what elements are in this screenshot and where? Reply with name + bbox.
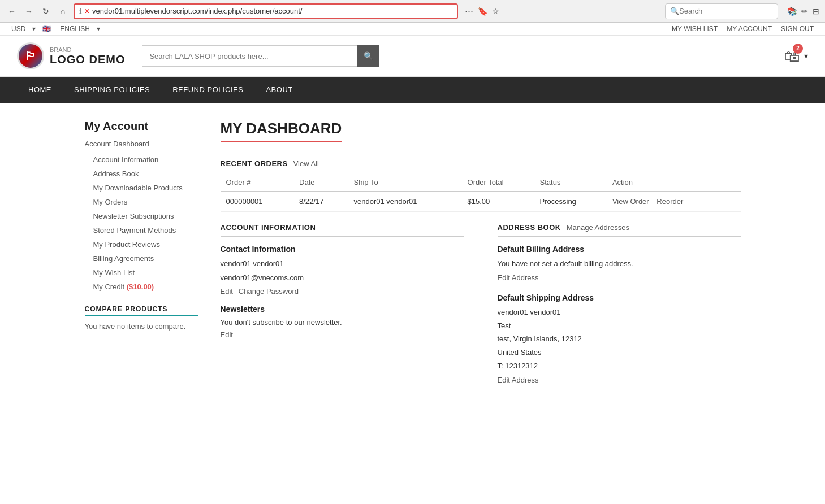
logo-icon: 🏳: [17, 42, 44, 69]
sidebar-item-credit[interactable]: My Credit ($10.00): [85, 280, 198, 294]
page-content: My Account Account Dashboard Account Inf…: [74, 103, 752, 401]
site-search-input[interactable]: [142, 52, 357, 60]
contact-actions: Edit Change Password: [221, 286, 464, 296]
cart-chevron-icon: ▾: [804, 51, 808, 60]
currency-chevron-icon: ▾: [32, 25, 36, 33]
main-area: MY DASHBOARD RECENT ORDERS View All Orde…: [221, 120, 741, 384]
reorder-link[interactable]: Reorder: [656, 197, 683, 206]
address-book-col: ADDRESS BOOK Manage Addresses Default Bi…: [498, 223, 741, 384]
top-bar-right: MY WISH LIST MY ACCOUNT SIGN OUT: [672, 25, 814, 33]
sidebar-toggle-icon: ⊟: [813, 7, 819, 16]
edit-billing-link[interactable]: Edit Address: [498, 273, 741, 282]
shipping-line2: test, Virgin Islands, 12312: [498, 333, 741, 345]
back-button[interactable]: ←: [6, 5, 18, 18]
view-order-link[interactable]: View Order: [612, 197, 649, 206]
main-nav: HOME SHIPPING POLICIES REFUND POLICIES A…: [0, 77, 825, 103]
compare-products-section: COMPARE PRODUCTS You have no items to co…: [85, 305, 198, 331]
sidebar-link-address-book[interactable]: Address Book: [85, 167, 198, 181]
sidebar-link-downloadable-products[interactable]: My Downloadable Products: [85, 181, 198, 195]
change-password-link[interactable]: Change Password: [239, 287, 299, 296]
site-header: 🏳 BRAND LOGO DEMO 🔍 🛍 2 ▾: [0, 36, 825, 77]
compare-products-title: COMPARE PRODUCTS: [85, 305, 198, 316]
sidebar-item-address-book[interactable]: Address Book: [85, 167, 198, 181]
currency-selector[interactable]: USD: [11, 25, 25, 33]
sidebar-item-product-reviews[interactable]: My Product Reviews: [85, 237, 198, 251]
col-ship-to: Ship To: [348, 173, 462, 192]
star-icon: ☆: [492, 7, 499, 16]
shipping-name: vendor01 vendor01: [498, 307, 741, 319]
sign-out-link[interactable]: SIGN OUT: [781, 25, 814, 33]
my-account-link[interactable]: MY ACCOUNT: [727, 25, 772, 33]
nav-refund-policies[interactable]: REFUND POLICIES: [161, 77, 254, 103]
edit-newsletter-link[interactable]: Edit: [221, 331, 233, 339]
sidebar-link-credit[interactable]: My Credit ($10.00): [85, 280, 198, 294]
site-search-bar[interactable]: 🔍: [142, 45, 379, 67]
logo-area: 🏳 BRAND LOGO DEMO: [17, 42, 125, 69]
sidebar-link-my-orders[interactable]: My Orders: [85, 195, 198, 209]
address-bar[interactable]: ℹ ✕ vendor01.multiplevendorscript.com/in…: [74, 3, 458, 19]
flag-icon: 🇬🇧: [42, 25, 51, 33]
view-all-link[interactable]: View All: [293, 159, 319, 168]
cart-area[interactable]: 🛍 2 ▾: [784, 47, 808, 66]
manage-addresses-link[interactable]: Manage Addresses: [567, 223, 629, 232]
col-status: Status: [534, 173, 607, 192]
credit-amount: ($10.00): [127, 283, 154, 291]
language-chevron-icon: ▾: [97, 25, 100, 33]
shipping-country: United States: [498, 347, 741, 359]
table-row: 000000001 8/22/17 vendor01 vendor01 $15.…: [221, 192, 741, 212]
sidebar-link-product-reviews[interactable]: My Product Reviews: [85, 237, 198, 251]
nav-shipping-policies[interactable]: SHIPPING POLICIES: [63, 77, 161, 103]
cell-ship-to: vendor01 vendor01: [348, 192, 462, 212]
recent-orders-header: RECENT ORDERS View All: [221, 159, 741, 168]
browser-chrome: ← → ↻ ⌂ ℹ ✕ vendor01.multiplevendorscrip…: [0, 0, 825, 23]
billing-address-subtitle: Default Billing Address: [498, 245, 741, 254]
language-selector[interactable]: ENGLISH: [60, 25, 90, 33]
home-button[interactable]: ⌂: [57, 5, 69, 18]
edit-shipping-link[interactable]: Edit Address: [498, 376, 741, 384]
sidebar-item-newsletter[interactable]: Newsletter Subscriptions: [85, 209, 198, 223]
reload-button[interactable]: ↻: [40, 5, 52, 18]
my-wish-list-link[interactable]: MY WISH LIST: [672, 25, 718, 33]
browser-icons: 📚 ✏ ⊟: [787, 7, 819, 16]
sidebar-item-wish-list[interactable]: My Wish List: [85, 266, 198, 280]
sidebar-link-billing-agreements[interactable]: Billing Agreements: [85, 251, 198, 266]
sidebar-item-account-information[interactable]: Account Information: [85, 153, 198, 167]
forward-button[interactable]: →: [23, 5, 35, 18]
cell-order-num: 000000001: [221, 192, 294, 212]
browser-search-input[interactable]: [679, 7, 773, 15]
contact-name: vendor01 vendor01: [221, 258, 464, 270]
sidebar: My Account Account Dashboard Account Inf…: [85, 120, 198, 384]
site-search-button[interactable]: 🔍: [357, 45, 379, 67]
info-columns: ACCOUNT INFORMATION Contact Information …: [221, 223, 741, 384]
sidebar-item-downloadable-products[interactable]: My Downloadable Products: [85, 181, 198, 195]
nav-home[interactable]: HOME: [17, 77, 63, 103]
nav-about[interactable]: ABOUT: [254, 77, 304, 103]
sidebar-link-newsletter[interactable]: Newsletter Subscriptions: [85, 209, 198, 223]
account-info-section-title: ACCOUNT INFORMATION: [221, 223, 464, 237]
contact-email: vendor01@vnecoms.com: [221, 272, 464, 284]
manage-addresses-link-wrap: Manage Addresses: [567, 223, 629, 232]
shipping-phone: T: 12312312: [498, 360, 741, 372]
browser-menu-button[interactable]: ···: [465, 5, 473, 17]
sidebar-item-stored-payment[interactable]: Stored Payment Methods: [85, 223, 198, 237]
top-bar: USD ▾ 🇬🇧 ENGLISH ▾ MY WISH LIST MY ACCOU…: [0, 23, 825, 36]
url-text: vendor01.multiplevendorscript.com/index.…: [92, 7, 452, 15]
sidebar-link-wish-list[interactable]: My Wish List: [85, 266, 198, 280]
cell-date: 8/22/17: [293, 192, 348, 212]
sidebar-link-account-information[interactable]: Account Information: [85, 153, 198, 167]
browser-search-bar[interactable]: 🔍: [665, 3, 778, 19]
col-action: Action: [607, 173, 741, 192]
logo-brand: BRAND: [50, 46, 125, 53]
cart-badge: 2: [793, 44, 803, 54]
account-information-col: ACCOUNT INFORMATION Contact Information …: [221, 223, 464, 384]
sidebar-link-stored-payment[interactable]: Stored Payment Methods: [85, 223, 198, 237]
sidebar-item-my-orders[interactable]: My Orders: [85, 195, 198, 209]
sidebar-item-billing-agreements[interactable]: Billing Agreements: [85, 251, 198, 266]
edit-contact-link[interactable]: Edit: [221, 287, 233, 296]
lock-icon: ℹ: [79, 7, 82, 15]
top-bar-left: USD ▾ 🇬🇧 ENGLISH ▾: [11, 25, 100, 33]
newsletters-subtitle: Newsletters: [221, 305, 464, 314]
cell-status: Processing: [534, 192, 607, 212]
shipping-address-subtitle: Default Shipping Address: [498, 293, 741, 302]
logo-name: LOGO DEMO: [50, 53, 125, 66]
